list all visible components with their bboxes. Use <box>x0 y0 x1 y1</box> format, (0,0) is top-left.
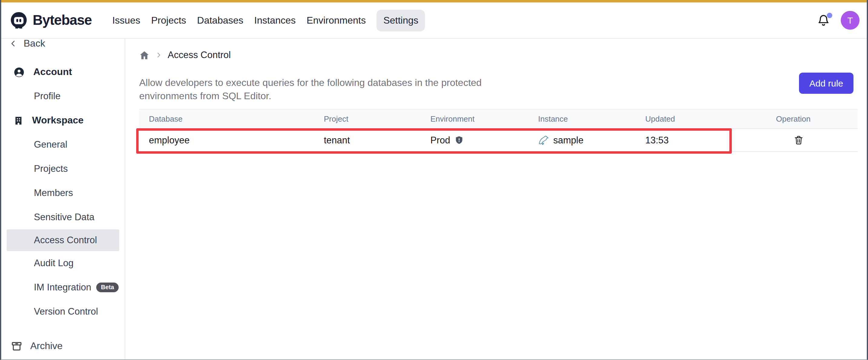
table-row[interactable]: employee tenant Prod <box>139 129 858 152</box>
nav-issues[interactable]: Issues <box>112 9 141 31</box>
cell-project: tenant <box>314 129 421 152</box>
breadcrumb: Access Control <box>139 50 867 61</box>
nav-projects[interactable]: Projects <box>151 9 186 31</box>
col-instance: Instance <box>528 109 636 129</box>
notification-dot <box>827 12 832 18</box>
user-circle-icon <box>13 66 25 78</box>
shield-protected-icon <box>455 135 464 144</box>
sidebar-back-button[interactable]: Back <box>1 39 125 52</box>
item-label: Sensitive Data <box>34 212 94 223</box>
environment-label: Prod <box>430 135 451 145</box>
sidebar-item-general[interactable]: General <box>1 132 125 157</box>
chevron-left-icon <box>10 40 17 47</box>
item-label: General <box>34 139 67 150</box>
app-header: Bytebase Issues Projects Databases Insta… <box>1 2 867 39</box>
nav-instances[interactable]: Instances <box>254 9 296 31</box>
item-label: Access Control <box>34 235 97 246</box>
mysql-dolphin-icon <box>538 135 549 145</box>
col-database: Database <box>139 109 314 129</box>
main-content: Access Control Allow developers to execu… <box>125 39 867 359</box>
nav-environments[interactable]: Environments <box>307 9 366 31</box>
item-label: Audit Log <box>34 258 73 269</box>
back-label: Back <box>24 39 45 49</box>
add-rule-button[interactable]: Add rule <box>799 73 854 94</box>
item-label: Projects <box>34 163 68 174</box>
item-label: Members <box>34 188 73 198</box>
sidebar-item-version-control[interactable]: Version Control <box>1 299 125 324</box>
sidebar-group-account: Account <box>1 60 125 84</box>
item-label: Version Control <box>34 306 98 317</box>
cell-operation <box>766 129 858 152</box>
col-updated: Updated <box>636 109 766 129</box>
delete-rule-button[interactable] <box>794 135 804 145</box>
access-rules-table: Database Project Environment Instance Up… <box>139 109 858 152</box>
breadcrumb-current: Access Control <box>168 50 230 61</box>
group-label: Workspace <box>32 115 84 126</box>
sidebar-item-im-integration[interactable]: IM Integration Beta <box>1 275 125 299</box>
cell-instance: sample <box>528 129 636 152</box>
col-operation: Operation <box>766 109 858 129</box>
nav-databases[interactable]: Databases <box>197 9 243 31</box>
group-label: Account <box>33 67 72 77</box>
sidebar-group-workspace: Workspace <box>1 108 125 132</box>
brand-name: Bytebase <box>33 12 92 28</box>
cell-updated: 13:53 <box>636 129 766 152</box>
beta-badge: Beta <box>96 283 119 292</box>
bytebase-logo[interactable]: Bytebase <box>10 11 92 29</box>
settings-sidebar: Back Account Profile <box>1 39 125 359</box>
item-label: IM Integration <box>34 282 91 293</box>
sidebar-item-members[interactable]: Members <box>1 181 125 205</box>
table-header-row: Database Project Environment Instance Up… <box>139 109 858 129</box>
window-top-accent-bar <box>1 0 867 2</box>
archive-box-icon <box>11 340 22 352</box>
cell-database: employee <box>139 129 314 152</box>
sidebar-item-access-control[interactable]: Access Control <box>7 229 119 251</box>
archive-label: Archive <box>30 341 63 352</box>
sidebar-item-audit-log[interactable]: Audit Log <box>1 251 125 275</box>
building-icon <box>13 115 24 126</box>
chevron-right-icon <box>156 52 162 58</box>
nav-settings[interactable]: Settings <box>377 9 425 31</box>
sidebar-item-profile[interactable]: Profile <box>1 84 125 108</box>
page-description: Allow developers to execute queries for … <box>139 76 494 103</box>
instance-label: sample <box>553 135 584 145</box>
cell-environment: Prod <box>421 129 528 152</box>
header-right: T <box>817 11 860 30</box>
col-environment: Environment <box>421 109 528 129</box>
col-project: Project <box>314 109 421 129</box>
avatar[interactable]: T <box>841 11 860 30</box>
bytebase-window: Bytebase Issues Projects Databases Insta… <box>0 0 868 360</box>
item-label: Profile <box>34 91 61 102</box>
main-nav: Issues Projects Databases Instances Envi… <box>112 9 425 31</box>
bytebase-mascot-icon <box>10 11 28 29</box>
sidebar-item-projects[interactable]: Projects <box>1 157 125 181</box>
sidebar-item-archive[interactable]: Archive <box>1 335 125 357</box>
sidebar-item-sensitive-data[interactable]: Sensitive Data <box>1 205 125 229</box>
notification-bell-icon[interactable] <box>817 13 831 28</box>
home-icon[interactable] <box>139 50 150 60</box>
